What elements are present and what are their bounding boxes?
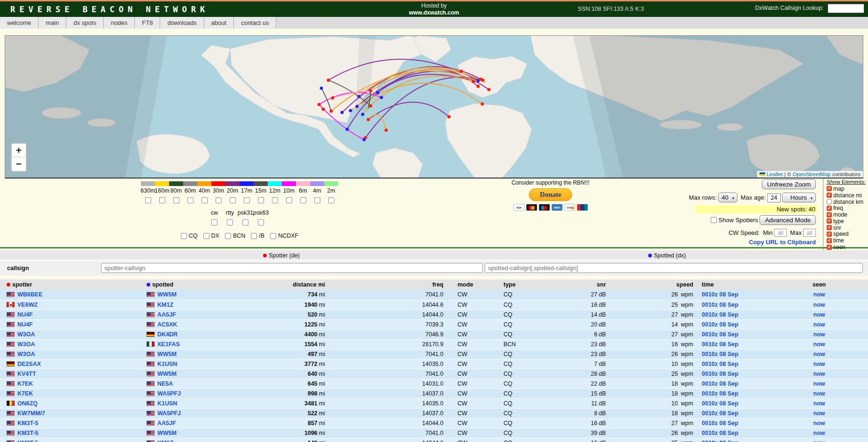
spotter-callsign-link[interactable]: W3OA [17, 351, 35, 357]
spotter-callsign-link[interactable]: KM3T-5 [17, 430, 38, 436]
band-checkbox[interactable] [300, 197, 306, 203]
spotted-callsign-link[interactable]: WW5M [157, 430, 177, 436]
spot-time-link[interactable]: 0010z 08 Sep [702, 341, 738, 348]
spot-time-link[interactable]: 0010z 08 Sep [702, 311, 738, 318]
dxwatch-link[interactable]: www.dxwatch.com [409, 9, 459, 16]
spot-time-link[interactable]: 0010z 08 Sep [702, 291, 738, 298]
show-element-checkbox[interactable] [827, 238, 832, 243]
spot-time-link[interactable]: 0010z 08 Sep [702, 410, 738, 417]
spotted-callsign-link[interactable]: WW5M [157, 291, 177, 298]
seen-link[interactable]: now [814, 440, 825, 442]
max-age-input[interactable] [767, 194, 781, 202]
spotter-callsign-link[interactable]: DE2SAX [17, 361, 41, 367]
max-rows-select[interactable]: 40▾ [718, 193, 737, 202]
copy-url-link[interactable]: Copy URL to Clipboard [749, 239, 816, 246]
seen-link[interactable]: now [814, 291, 825, 298]
band-checkbox[interactable] [244, 197, 250, 203]
spot-time-link[interactable]: 0010z 08 Sep [702, 302, 738, 308]
spot-map[interactable]: + − Leaflet | © OpenStreetMap contributo… [5, 35, 863, 178]
donate-button[interactable]: Donate [529, 188, 572, 201]
spotter-callsign-link[interactable]: KM3T-5 [17, 440, 38, 442]
spotted-callsign-link[interactable]: KM1Z [157, 302, 173, 308]
spot-time-link[interactable]: 0010z 08 Sep [702, 321, 738, 328]
zoom-out-button[interactable]: − [12, 157, 26, 171]
max-age-unit-select[interactable]: Hours▾ [782, 193, 816, 202]
unfreeze-zoom-button[interactable]: Unfreeze Zoom [762, 179, 816, 189]
advanced-mode-button[interactable]: Advanced Mode [760, 215, 816, 225]
nav-tab[interactable]: about [204, 17, 234, 29]
type-checkbox[interactable] [203, 233, 209, 239]
band-checkbox[interactable] [216, 197, 222, 203]
mode-checkbox[interactable] [227, 219, 233, 225]
spot-time-link[interactable]: 0010z 08 Sep [702, 440, 738, 442]
band-checkbox[interactable] [202, 197, 208, 203]
spotter-callsign-link[interactable]: W3OA [17, 341, 35, 348]
seen-link[interactable]: now [814, 311, 825, 318]
nav-tab[interactable]: dx spots [66, 17, 103, 29]
show-element-checkbox[interactable] [827, 206, 832, 211]
seen-link[interactable]: now [814, 321, 825, 328]
spotter-callsign-link[interactable]: ON6ZQ [17, 400, 38, 407]
type-checkbox[interactable] [270, 233, 276, 239]
band-checkbox[interactable] [159, 197, 165, 203]
type-checkbox[interactable] [225, 233, 231, 239]
spotter-callsign-link[interactable]: KW7MM/7 [17, 410, 45, 417]
nav-tab[interactable]: nodes [104, 17, 135, 29]
spotter-callsign-link[interactable]: W3OA [17, 331, 35, 338]
spotted-callsign-link[interactable]: WW5M [157, 351, 177, 357]
band-checkbox[interactable] [230, 197, 236, 203]
band-checkbox[interactable] [286, 197, 292, 203]
spotter-callsign-input[interactable] [101, 263, 483, 273]
band-checkbox[interactable] [258, 197, 264, 203]
nav-tab[interactable]: contact us [234, 17, 276, 29]
spot-time-link[interactable]: 0010z 08 Sep [702, 361, 738, 367]
seen-link[interactable]: now [814, 351, 825, 357]
spotter-callsign-link[interactable]: WB6BEE [17, 291, 42, 298]
nav-tab[interactable]: FT8 [135, 17, 160, 29]
spotted-callsign-link[interactable]: WA5PFJ [157, 390, 181, 397]
callsign-lookup-input[interactable] [828, 4, 864, 13]
cw-speed-max-input[interactable] [803, 229, 816, 237]
band-checkbox[interactable] [314, 197, 320, 203]
spot-time-link[interactable]: 0010z 08 Sep [702, 430, 738, 436]
spotter-callsign-link[interactable]: NU4F [17, 321, 33, 328]
cw-speed-min-input[interactable] [774, 229, 787, 237]
spotter-callsign-link[interactable]: KV4TT [17, 371, 36, 377]
spotted-callsign-link[interactable]: KM1Z [157, 440, 173, 442]
seen-link[interactable]: now [814, 302, 825, 308]
nav-tab[interactable]: welcome [0, 17, 39, 29]
spotter-callsign-link[interactable]: NU4F [17, 311, 33, 318]
spot-time-link[interactable]: 0010z 08 Sep [702, 371, 738, 377]
band-checkbox[interactable] [145, 197, 151, 203]
zoom-in-button[interactable]: + [12, 144, 26, 157]
spotted-callsign-link[interactable]: XE1FAS [157, 341, 180, 348]
type-checkbox[interactable] [181, 233, 187, 239]
spotter-callsign-link[interactable]: K7EK [17, 390, 33, 397]
seen-link[interactable]: now [814, 341, 825, 348]
seen-link[interactable]: now [814, 331, 825, 338]
show-element-checkbox[interactable] [827, 245, 832, 250]
mode-checkbox[interactable] [211, 219, 217, 225]
spotted-callsign-link[interactable]: K1USN [157, 361, 177, 367]
spotted-callsign-link[interactable]: AC5XK [157, 321, 177, 328]
band-checkbox[interactable] [173, 197, 179, 203]
spotted-callsign-link[interactable]: NE5A [157, 380, 173, 387]
nav-tab[interactable]: main [39, 17, 66, 29]
mode-checkbox[interactable] [258, 219, 264, 225]
nav-tab[interactable]: downloads [160, 17, 204, 29]
seen-link[interactable]: now [814, 430, 825, 436]
spotted-callsign-input[interactable] [485, 263, 863, 273]
seen-link[interactable]: now [814, 380, 825, 387]
spotter-callsign-link[interactable]: KM3T-5 [17, 420, 38, 426]
mode-checkbox[interactable] [242, 219, 248, 225]
band-checkbox[interactable] [187, 197, 194, 203]
show-element-checkbox[interactable] [827, 193, 832, 198]
show-spotters-checkbox[interactable] [711, 217, 717, 223]
seen-link[interactable]: now [814, 400, 825, 407]
show-element-checkbox[interactable] [827, 212, 832, 217]
spotted-callsign-link[interactable]: K1USN [157, 400, 177, 407]
spotted-callsign-link[interactable]: WA5PFJ [157, 410, 181, 417]
seen-link[interactable]: now [814, 361, 825, 367]
show-element-checkbox[interactable] [827, 232, 832, 237]
show-element-checkbox[interactable] [827, 218, 832, 224]
